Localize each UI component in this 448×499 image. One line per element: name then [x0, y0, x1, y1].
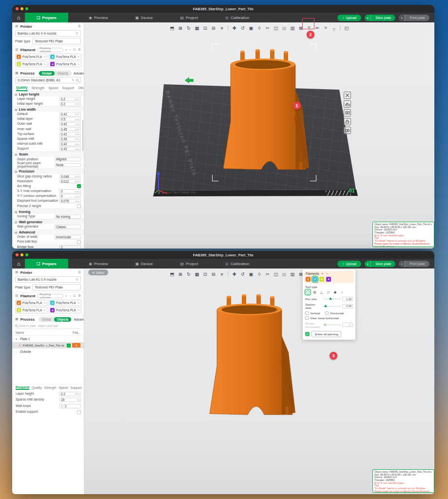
paint-filament-3[interactable]: 3 [319, 277, 324, 282]
rotate-icon[interactable]: ↺ [239, 270, 247, 278]
filament-badge[interactable]: 1 [72, 343, 80, 347]
setting-input[interactable]: 0.2mm [59, 97, 81, 101]
printer-connection-icon[interactable]: ↻ [76, 32, 78, 36]
split-icon[interactable]: ◫ [273, 24, 280, 32]
mesh-boolean-icon[interactable]: ▥ [289, 24, 296, 32]
auto-orient-icon[interactable]: ↻ [185, 270, 193, 278]
horizontal-checkbox[interactable] [325, 311, 329, 315]
slice-dropdown-icon[interactable]: ▾ [365, 261, 371, 267]
rotate-slider[interactable] [323, 325, 341, 325]
tab-preview[interactable]: ◉Preview [82, 259, 115, 269]
printer-connection-icon[interactable]: ↻ [76, 278, 78, 282]
remove-filament-icon[interactable]: − [69, 48, 71, 52]
collapse-icon[interactable]: ▾ [16, 337, 19, 341]
close-info-icon[interactable]: ✕ [430, 470, 432, 474]
lay-on-face-icon[interactable]: ◊ [256, 24, 263, 32]
tab-speed[interactable]: Speed [59, 386, 68, 389]
mesh-boolean-icon[interactable]: ▥ [289, 270, 296, 278]
gap-fill-tool-icon[interactable]: ▱ [326, 289, 331, 295]
tab-quality[interactable]: Quality [16, 86, 28, 91]
pen-size-value[interactable]: 1.00 [342, 297, 353, 301]
cut-icon[interactable]: ✂ [264, 270, 272, 278]
erase-all-painting-button[interactable]: Erase all painting [312, 331, 341, 337]
add-plate-icon[interactable]: ⊞ [177, 270, 184, 278]
setting-select[interactable]: None [55, 163, 81, 168]
add-filament-icon[interactable]: + [65, 48, 67, 52]
setting-checkbox[interactable] [77, 240, 81, 244]
setting-input[interactable]: 0mm [59, 189, 81, 193]
section-view-slider[interactable] [323, 306, 341, 307]
setting-input[interactable]: 15% [59, 398, 81, 402]
add-model-icon[interactable]: ⬒ [169, 270, 176, 278]
filament-edit-icon[interactable]: ✎ [78, 301, 80, 305]
tab-prepare[interactable]: ❏Prepare [25, 259, 68, 269]
auto-arrange-icon[interactable]: ▦ [194, 24, 201, 32]
filament-slot[interactable]: 4PolyTerra PLA✎ [49, 307, 81, 313]
setting-select[interactable]: Classic [55, 225, 81, 229]
upload-button[interactable]: ↑Upload [337, 261, 361, 267]
filament-slot[interactable]: 3PolyTerra PLA✎ [15, 61, 47, 67]
printer-select[interactable]: Bambu Lab A1 0.4 nozzle↻ [15, 276, 81, 283]
model-starship-part[interactable] [205, 293, 300, 422]
viewport-3d[interactable]: ⬒⊞↻▦⊡⊟≡✚↺▣◊✂◫▤▥⊠T✏⚑╥◰ ⟲ return [84, 269, 434, 494]
preset-save-icon[interactable]: ✎ [72, 78, 75, 82]
viewport-3d[interactable]: ⬒⊞↻▦⊡⊟≡✚↺▣◊✂◫▤▥⊠T✏⚑╥◰ Bambu Textured PEI… [84, 22, 434, 249]
plate-visibility-eye-icon[interactable] [344, 127, 351, 134]
setting-input[interactable]: 0.45mm [59, 137, 81, 141]
setting-input[interactable]: 0.42mm [59, 132, 81, 136]
sync-filament-icon[interactable]: ⊡ [73, 48, 76, 52]
layers-list-icon[interactable]: ≡ [218, 270, 226, 278]
tab-project[interactable]: ▤Project [173, 13, 204, 22]
filament-edit-icon[interactable]: ✎ [78, 62, 80, 66]
home-button[interactable]: ⌂ [12, 13, 25, 22]
rotate-value[interactable]: 0° [342, 323, 353, 327]
print-dropdown-icon[interactable]: ▾ [399, 261, 405, 267]
object-row-outside[interactable]: › Outside [12, 348, 84, 355]
move-icon[interactable]: ✚ [231, 270, 238, 278]
model-starship-part[interactable] [218, 48, 313, 177]
scope-global[interactable]: Global [39, 317, 54, 322]
object-row-model[interactable]: ⚠ FAB365_StarSh...r_Part_Tile.stl ✓ 1 [12, 342, 84, 348]
printer-settings-gear-icon[interactable]: ⚙ [78, 270, 81, 274]
filament-edit-icon[interactable]: ✎ [43, 62, 46, 66]
filament-edit-icon[interactable]: ✎ [78, 55, 80, 58]
tab-strength[interactable]: Strength [32, 86, 44, 91]
fill-tool-icon[interactable]: ◆ [332, 289, 338, 295]
triangle-tool-icon[interactable]: △ [319, 289, 324, 295]
setting-checkbox[interactable] [77, 204, 81, 208]
split-objects-icon[interactable]: ◰ [343, 24, 351, 32]
setting-select[interactable]: Inner/outer [55, 235, 81, 239]
filament-slot[interactable]: 2PolyTerra PLA✎ [49, 300, 81, 306]
section-view-value[interactable]: 0.00 [342, 304, 353, 308]
add-model-icon[interactable]: ⬒ [169, 24, 176, 32]
paste-icon[interactable]: ⊟ [210, 24, 217, 32]
pen-size-slider[interactable] [323, 299, 341, 299]
setting-input[interactable]: 0.42mm [59, 142, 81, 146]
object-search-input[interactable]: Search plate, object and part [15, 323, 81, 329]
add-filament-icon[interactable]: + [65, 294, 67, 298]
vertical-checkbox[interactable] [305, 311, 309, 315]
tab-speed[interactable]: Speed [48, 86, 58, 91]
lock-plate-icon[interactable] [344, 118, 351, 125]
setting-input[interactable]: 0.45mm [59, 127, 81, 132]
scope-objects[interactable]: Objects [55, 71, 71, 76]
filament-settings-gear-icon[interactable]: ⚙ [78, 48, 81, 52]
delete-plate-icon[interactable] [344, 92, 351, 99]
scope-global[interactable]: Global [39, 71, 55, 76]
slice-plate-button[interactable]: ▾Slice plate [365, 15, 395, 21]
tab-calibration[interactable]: ◎Calibration [218, 259, 256, 269]
plate-settings-icon[interactable] [344, 109, 351, 116]
variable-layer-height-icon[interactable]: ▤ [281, 24, 288, 32]
print-plate-button[interactable]: ▾Print plate [399, 15, 429, 21]
support-paint-icon[interactable]: ╥ [331, 24, 338, 32]
move-icon[interactable]: ✚ [231, 24, 238, 32]
object-row-plate[interactable]: ▾ Plate 1 [12, 336, 84, 342]
paint-filament-1[interactable]: 1 [306, 277, 311, 282]
filament-edit-icon[interactable]: ✎ [78, 308, 80, 312]
flushing-volumes-button[interactable]: Flushing volumes [37, 294, 63, 298]
plate-type-select[interactable]: Textured PEI Plate [32, 38, 81, 44]
flushing-volumes-button[interactable]: Flushing volumes [37, 48, 63, 52]
setting-input[interactable]: 1 [59, 245, 81, 249]
return-button[interactable]: ⟲ return [88, 269, 108, 275]
setting-input[interactable]: 0.049mm [59, 174, 81, 179]
